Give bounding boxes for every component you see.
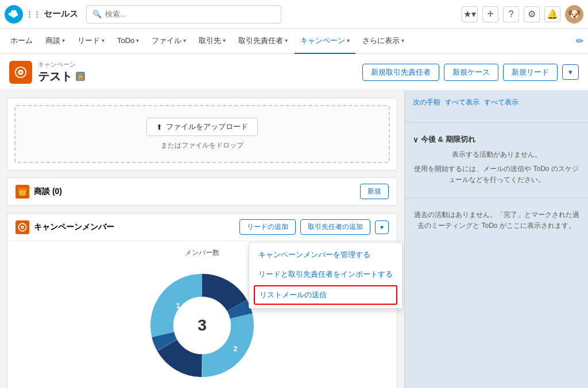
new-case-button[interactable]: 新規ケース xyxy=(444,64,498,81)
plus-button[interactable]: + xyxy=(482,6,498,22)
chevron-down-icon: ▾ xyxy=(223,37,226,44)
svg-point-2 xyxy=(20,71,22,73)
collapse-icon[interactable]: ∨ xyxy=(413,135,419,144)
upload-area: ⬆ ファイルをアップロード またはファイルをドロップ xyxy=(14,105,390,163)
main-content: ⬆ ファイルをアップロード またはファイルをドロップ 👑 商談 (0) 新規 xyxy=(0,91,588,388)
add-contact-button[interactable]: 取引先任者の追加 xyxy=(300,219,370,235)
upload-icon: ⬆ xyxy=(156,123,163,131)
upcoming-section: ∨ 今後 & 期限切れ 表示する活動がありません。 使用を開始するには、メールの… xyxy=(405,127,588,193)
upload-card: ⬆ ファイルをアップロード またはファイルをドロップ xyxy=(7,98,397,170)
opportunity-new-button[interactable]: 新規 xyxy=(360,184,389,199)
campaign-icon xyxy=(9,61,32,84)
nav-leads-label: リード xyxy=(78,36,100,46)
nav-more-label: さらに表示 xyxy=(362,36,400,46)
chevron-down-icon: ▾ xyxy=(347,37,350,44)
nav-contacts-label: 取引先責任者 xyxy=(238,36,283,46)
divider-1 xyxy=(405,122,588,123)
search-input[interactable] xyxy=(105,10,275,18)
donut-chart: 1 2 3 xyxy=(139,262,265,388)
star-button[interactable]: ★▾ xyxy=(462,6,478,22)
search-icon: 🔍 xyxy=(92,10,102,18)
page-title: テスト xyxy=(38,69,72,84)
edit-pencil-icon[interactable]: ✏ xyxy=(576,36,583,46)
members-title: キャンペーンメンバー xyxy=(34,222,235,232)
page-header-titles: キャンペーン テスト 🔒 xyxy=(38,60,85,84)
actions-dropdown-button[interactable]: ▾ xyxy=(562,64,579,80)
campaign-members-card: キャンペーンメンバー リードの追加 取引先任者の追加 ▾ メンバー数 xyxy=(7,213,397,388)
upload-drop-label: またはファイルをドロップ xyxy=(27,141,377,150)
past-activity-text: 過去の活動はありません。「完了」とマークされた過去のミーティングと ToDo が… xyxy=(413,209,580,231)
nav-home-label: ホーム xyxy=(10,36,33,46)
page-header-left: キャンペーン テスト 🔒 xyxy=(9,60,362,84)
nav-opps-label: 商談 xyxy=(45,36,60,46)
new-contact-button[interactable]: 新規取引先責任者 xyxy=(362,64,439,81)
nav-opps[interactable]: 商談 ▾ xyxy=(40,29,71,54)
upcoming-title: ∨ 今後 & 期限切れ xyxy=(413,134,580,145)
upcoming-no-activity: 表示する活動がありません。 使用を開始するには、メールの送信や ToDo のスケ… xyxy=(413,149,580,186)
question-button[interactable]: ? xyxy=(503,6,519,22)
members-header: キャンペーンメンバー リードの追加 取引先任者の追加 ▾ xyxy=(7,214,397,241)
upload-button-label: ファイルをアップロード xyxy=(166,122,248,132)
nav-accounts[interactable]: 取引先 ▾ xyxy=(193,29,231,54)
nav-files[interactable]: ファイル ▾ xyxy=(146,29,192,54)
nav-contacts[interactable]: 取引先責任者 ▾ xyxy=(233,29,293,54)
right-link-row: 次の手順 すべて表示 すべて表示 xyxy=(413,98,580,107)
add-lead-button[interactable]: リードの追加 xyxy=(239,219,296,235)
nav-icons: ★▾ + ? ⚙ 🔔 🐶 xyxy=(462,5,583,24)
past-section: 過去の活動はありません。「完了」とマークされた過去のミーティングと ToDo が… xyxy=(405,203,588,238)
opportunity-title: 商談 (0) xyxy=(34,187,355,197)
page-title-row: テスト 🔒 xyxy=(38,69,85,84)
new-lead-button[interactable]: 新規リード xyxy=(503,64,558,81)
opportunity-icon: 👑 xyxy=(16,185,29,199)
chart-label: メンバー数 xyxy=(185,248,219,258)
notification-button[interactable]: 🔔 xyxy=(544,6,560,22)
menu-bar: ホーム 商談 ▾ リード ▾ ToDo ▾ ファイル ▾ 取引先 ▾ 取引先責任… xyxy=(0,29,588,54)
chevron-down-icon: ▾ xyxy=(183,37,186,44)
members-dropdown-button[interactable]: ▾ xyxy=(375,220,389,234)
nav-accounts-label: 取引先 xyxy=(199,36,221,46)
chevron-down-icon: ▾ xyxy=(285,37,288,44)
show-all-link-2[interactable]: すべて表示 xyxy=(484,98,519,107)
right-panel: 次の手順 すべて表示 すべて表示 ∨ 今後 & 期限切れ 表示する活動がありませ… xyxy=(404,91,588,388)
show-all-link-1[interactable]: すべて表示 xyxy=(445,98,479,107)
nav-leads[interactable]: リード ▾ xyxy=(72,29,110,54)
send-list-email-item[interactable]: リストメールの送信 xyxy=(254,285,397,305)
page-breadcrumb: キャンペーン xyxy=(38,60,85,69)
salesforce-logo[interactable] xyxy=(5,5,23,24)
page-header-actions: 新規取引先責任者 新規ケース 新規リード ▾ xyxy=(362,64,579,81)
nav-home[interactable]: ホーム xyxy=(5,29,38,54)
nav-campaigns-label: キャンペーン xyxy=(300,36,345,46)
members-dropdown-popup: キャンペーンメンバーを管理する リードと取引先責任者をインポートする リストメー… xyxy=(249,242,403,309)
nav-todo[interactable]: ToDo ▾ xyxy=(111,29,145,54)
chevron-down-icon: ▾ xyxy=(401,37,404,44)
right-link-row-section: 次の手順 すべて表示 すべて表示 xyxy=(405,91,588,118)
grid-icon[interactable]: ⋮⋮ xyxy=(26,7,40,21)
svg-text:1: 1 xyxy=(176,301,180,310)
nav-more[interactable]: さらに表示 ▾ xyxy=(357,29,410,54)
svg-text:2: 2 xyxy=(233,344,237,353)
manage-members-item[interactable]: キャンペーンメンバーを管理する xyxy=(249,245,402,265)
next-steps-link[interactable]: 次の手順 xyxy=(413,98,440,107)
left-panel: ⬆ ファイルをアップロード またはファイルをドロップ 👑 商談 (0) 新規 xyxy=(0,91,404,388)
nav-todo-label: ToDo xyxy=(117,36,134,45)
chevron-down-icon: ▾ xyxy=(62,37,65,44)
nav-files-label: ファイル xyxy=(152,36,181,46)
chevron-down-icon: ▾ xyxy=(102,37,105,44)
opportunity-card: 👑 商談 (0) 新規 xyxy=(7,177,397,206)
lock-icon: 🔒 xyxy=(76,72,85,81)
page-header: キャンペーン テスト 🔒 新規取引先責任者 新規ケース 新規リード ▾ xyxy=(0,54,588,91)
app-name: セールス xyxy=(44,9,78,20)
import-members-item[interactable]: リードと取引先責任者をインポートする xyxy=(249,265,402,284)
top-nav: ⋮⋮ セールス 🔍 ★▾ + ? ⚙ 🔔 🐶 xyxy=(0,0,588,29)
chevron-down-icon: ▾ xyxy=(136,37,139,44)
svg-point-5 xyxy=(22,227,23,228)
divider-2 xyxy=(405,197,588,198)
avatar[interactable]: 🐶 xyxy=(565,5,583,24)
nav-campaigns[interactable]: キャンペーン ▾ xyxy=(295,29,355,54)
upload-button[interactable]: ⬆ ファイルをアップロード xyxy=(146,118,258,136)
search-box: 🔍 xyxy=(86,5,281,24)
donut-center-value: 3 xyxy=(198,316,207,335)
opportunity-header: 👑 商談 (0) 新規 xyxy=(7,178,397,205)
members-icon xyxy=(16,220,29,234)
settings-button[interactable]: ⚙ xyxy=(524,6,540,22)
